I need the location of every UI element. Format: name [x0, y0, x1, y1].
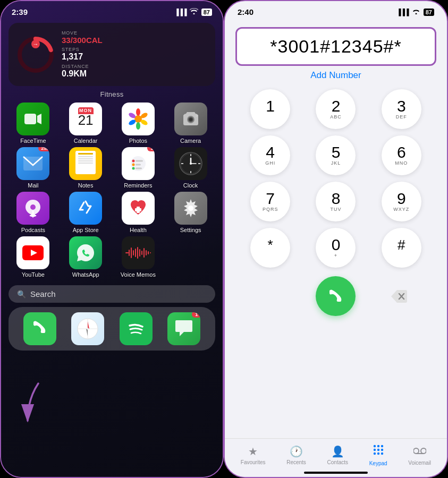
dial-5[interactable]: 5 JKL: [316, 135, 356, 175]
dialer-battery: 87: [424, 8, 434, 16]
call-button[interactable]: [316, 276, 356, 316]
dial-pad: 1 2 ABC 3 DEF 4 GHI 5 JKL 6 MNO 7 PQRS: [225, 89, 447, 268]
distance-label: DISTANCE: [62, 64, 207, 69]
dial-3[interactable]: 3 DEF: [382, 89, 421, 129]
recents-icon: 🕐: [290, 445, 303, 458]
voicemail-label: Voicemail: [408, 460, 431, 466]
camera-icon: [174, 103, 207, 135]
svg-point-24: [132, 167, 134, 170]
clock-icon: [174, 147, 207, 180]
podcasts-icon: [16, 192, 49, 225]
photos-label: Photos: [129, 138, 147, 144]
steps-label: STEPS: [62, 47, 207, 52]
svg-rect-4: [24, 114, 36, 124]
svg-point-34: [190, 163, 192, 165]
dial-hash[interactable]: #: [382, 228, 421, 268]
app-settings[interactable]: Settings: [166, 192, 215, 233]
left-status-icons: ▐▐▐ 87: [174, 8, 212, 16]
svg-point-68: [381, 445, 383, 447]
app-youtube[interactable]: YouTube: [9, 236, 58, 278]
app-podcasts[interactable]: Podcasts: [9, 192, 58, 233]
youtube-icon: [16, 236, 49, 269]
svg-point-69: [373, 449, 375, 451]
svg-point-16: [196, 115, 198, 117]
app-camera[interactable]: Camera: [166, 103, 215, 144]
svg-point-67: [377, 445, 379, 447]
whatsapp-label: WhatsApp: [72, 271, 99, 278]
notes-icon: [69, 147, 102, 180]
dock-spotify-icon: [120, 312, 153, 345]
clock-label: Clock: [183, 182, 198, 189]
dial-0[interactable]: 0 +: [316, 228, 356, 268]
facetime-label: FaceTime: [20, 138, 46, 144]
fitness-widget[interactable]: → MOVE 33/300CAL STEPS 1,317 DISTANCE 0.…: [9, 23, 215, 86]
health-icon: [122, 192, 155, 225]
dial-4[interactable]: 4 GHI: [250, 135, 290, 175]
tab-voicemail[interactable]: Voicemail: [408, 445, 431, 466]
app-health[interactable]: Health: [114, 192, 163, 233]
move-label: MOVE: [62, 30, 207, 36]
dialer-status-bar: 2:40 ▐▐▐ 87: [225, 1, 447, 19]
svg-rect-39: [135, 208, 141, 211]
search-bar[interactable]: 🔍 Search: [9, 285, 215, 303]
app-appstore[interactable]: App Store: [61, 192, 111, 233]
dial-star[interactable]: *: [250, 228, 290, 268]
search-icon: 🔍: [17, 290, 26, 298]
tab-favourites[interactable]: ★ Favourites: [241, 445, 266, 465]
favourites-label: Favourites: [241, 459, 266, 465]
dial-6[interactable]: 6 MNO: [382, 135, 421, 175]
dialer-signal-icon: ▐▐▐: [396, 8, 409, 16]
add-number-button[interactable]: Add Number: [225, 70, 447, 81]
svg-point-35: [30, 204, 36, 210]
svg-point-71: [381, 449, 383, 451]
settings-label: Settings: [180, 227, 201, 233]
app-notes[interactable]: Notes: [61, 147, 111, 189]
dock-safari[interactable]: [71, 312, 104, 345]
dock-spotify[interactable]: [120, 312, 153, 345]
app-facetime[interactable]: FaceTime: [9, 103, 58, 144]
app-clock[interactable]: Clock: [166, 147, 215, 189]
voicememos-icon: [122, 236, 155, 269]
app-photos[interactable]: Photos: [114, 103, 163, 144]
whatsapp-icon: [69, 236, 102, 269]
dial-7[interactable]: 7 PQRS: [250, 182, 290, 221]
dial-8[interactable]: 8 TUV: [316, 182, 356, 221]
reminders-icon: 1: [122, 147, 155, 180]
svg-point-74: [381, 453, 383, 455]
svg-point-10: [136, 122, 140, 130]
app-whatsapp[interactable]: WhatsApp: [61, 236, 111, 278]
settings-icon: [174, 192, 207, 225]
youtube-label: YouTube: [22, 271, 45, 278]
delete-button[interactable]: [379, 276, 419, 316]
svg-point-73: [377, 453, 379, 455]
dial-1[interactable]: 1: [250, 89, 290, 129]
dialer-wifi-icon: [412, 8, 420, 16]
tab-keypad[interactable]: Keypad: [369, 444, 387, 466]
tab-contacts[interactable]: 👤 Contacts: [327, 445, 348, 465]
recents-label: Recents: [286, 459, 306, 465]
svg-rect-23: [136, 164, 141, 166]
app-calendar[interactable]: MON 21 Calendar: [61, 103, 111, 144]
contacts-label: Contacts: [327, 459, 348, 465]
svg-point-76: [421, 448, 426, 454]
app-reminders[interactable]: 1 Reminders: [114, 147, 163, 189]
fitness-stats: MOVE 33/300CAL STEPS 1,317 DISTANCE 0.9K…: [62, 30, 207, 79]
app-mail[interactable]: 252 Mail: [9, 147, 58, 189]
search-text: Search: [30, 289, 56, 298]
voicememos-label: Voice Memos: [121, 271, 156, 278]
photos-icon: [122, 103, 155, 135]
distance-value: 0.9KM: [62, 69, 207, 79]
reminders-label: Reminders: [124, 182, 152, 189]
dial-2[interactable]: 2 ABC: [316, 89, 356, 129]
camera-label: Camera: [180, 138, 201, 144]
dial-9[interactable]: 9 WXYZ: [382, 182, 421, 221]
dialer-number-display: *3001#12345#*: [235, 27, 436, 66]
svg-rect-25: [136, 168, 142, 169]
dock-messages[interactable]: 1: [167, 312, 200, 345]
svg-point-66: [373, 445, 375, 447]
svg-point-15: [189, 118, 192, 121]
app-voicememos[interactable]: Voice Memos: [114, 236, 163, 278]
tab-recents[interactable]: 🕐 Recents: [286, 445, 306, 465]
dock-phone[interactable]: [23, 312, 56, 345]
keypad-icon: [373, 444, 384, 459]
